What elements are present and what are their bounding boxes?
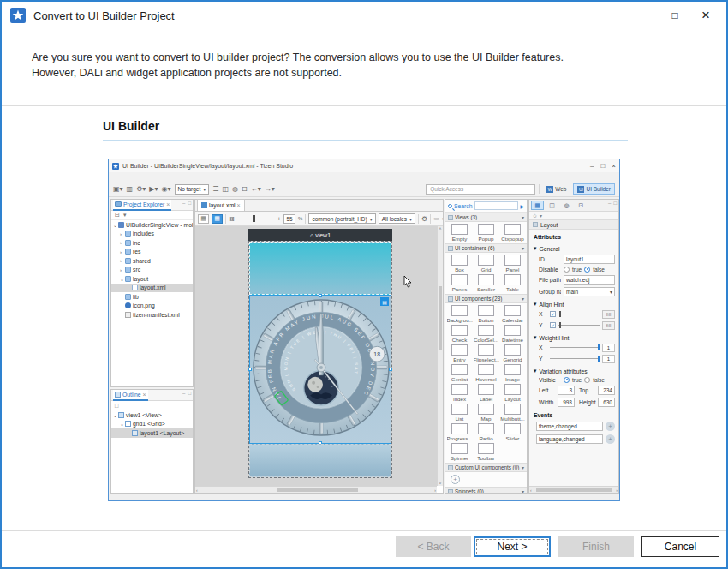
outline-tree-item[interactable]: layout1 <Layout> xyxy=(111,428,193,438)
maximize-panel-icon[interactable]: □ xyxy=(188,391,191,396)
new-icon[interactable]: ▣▾ xyxy=(113,185,123,193)
palette-item[interactable]: Spinner xyxy=(446,443,473,461)
add-event-icon[interactable]: + xyxy=(606,434,615,444)
weight-hint-section-header[interactable]: ▾ Weight Hint xyxy=(529,331,618,342)
save-icon[interactable]: ▥ xyxy=(127,185,134,193)
palette-item[interactable]: Slider xyxy=(499,423,526,441)
palette-item[interactable]: Layout xyxy=(499,384,526,402)
project-tree-item[interactable]: › res xyxy=(111,248,193,257)
project-tree-item[interactable]: layout.xml xyxy=(111,284,193,293)
palette-item[interactable]: Label xyxy=(473,384,499,402)
selection-handle-right[interactable] xyxy=(389,368,392,371)
weight-y-slider[interactable] xyxy=(550,358,600,359)
split-mode-button[interactable]: ▦ xyxy=(212,214,223,224)
close-tab-icon[interactable]: × xyxy=(237,202,241,208)
palette-section-header-snippets[interactable]: Snippets (0) ▾ xyxy=(445,487,527,494)
id-field[interactable]: layout1 xyxy=(564,255,615,264)
slider-handle[interactable] xyxy=(559,311,561,317)
project-tree-item[interactable]: › inc xyxy=(111,238,193,248)
align-y-checkbox[interactable]: ✓ xyxy=(550,322,556,328)
zoom-value-input[interactable]: 55 xyxy=(283,214,295,224)
maximize-panel-icon[interactable]: □ xyxy=(188,201,191,206)
scroll-up-icon[interactable]: ˄ xyxy=(438,226,443,231)
file-path-field[interactable]: watch.edj xyxy=(564,275,615,284)
palette-item[interactable]: Radio xyxy=(473,423,499,441)
palette-item[interactable]: Gengrid xyxy=(499,344,526,362)
target-combo[interactable]: No target ▾ xyxy=(175,184,210,195)
minimize-panel-icon[interactable]: – xyxy=(608,201,611,206)
palette-item[interactable]: List xyxy=(446,404,473,422)
close-icon[interactable]: × xyxy=(690,3,721,27)
top-spacer-region[interactable] xyxy=(249,242,391,295)
visible-true-radio[interactable] xyxy=(564,377,570,383)
close-tab-icon[interactable]: × xyxy=(143,392,146,398)
disable-false-radio[interactable] xyxy=(584,267,590,273)
disable-true-radio[interactable] xyxy=(564,267,570,273)
weight-x-slider[interactable] xyxy=(550,347,600,348)
slider-handle[interactable] xyxy=(598,344,600,350)
attributes-tab-icon[interactable]: ▦ xyxy=(531,201,544,210)
palette-item[interactable]: Multibutt... xyxy=(499,404,526,422)
event-field-language-changed[interactable]: language,changed xyxy=(536,434,603,444)
project-tree-item[interactable]: tizen-manifest.xml xyxy=(111,310,193,320)
selection-badge-icon[interactable]: ▤ xyxy=(380,297,389,306)
panel-minmax-icons[interactable]: – □ xyxy=(182,201,191,206)
palette-section-header-containers[interactable]: UI containers (6) ▾ xyxy=(445,243,527,253)
tab-outline[interactable]: Outline × xyxy=(113,390,148,401)
variation-section-header[interactable]: ▾ Variation attributes xyxy=(529,364,618,375)
design-mode-button[interactable]: ▦ xyxy=(198,214,209,224)
align-x-slider[interactable] xyxy=(558,314,600,314)
palette-section-header-components[interactable]: UI components (23) ▾ xyxy=(445,294,527,303)
panel-minmax-icons[interactable]: – □ xyxy=(182,391,191,396)
properties-scrollbar-thumb[interactable] xyxy=(536,488,612,492)
attach-tab-icon[interactable]: ◍ xyxy=(560,201,573,210)
weight-x-value[interactable]: 1 xyxy=(602,344,615,352)
search-go-icon[interactable]: ▶ xyxy=(520,203,524,209)
palette-item[interactable]: Box xyxy=(446,255,473,273)
palette-item[interactable]: Panel xyxy=(499,255,526,273)
palette-item[interactable]: Ctxpopup xyxy=(499,224,526,242)
palette-item[interactable]: Check xyxy=(446,325,473,343)
fit-page-icon[interactable]: ⊠ xyxy=(229,215,235,223)
locale-combo[interactable]: All locales ▾ xyxy=(379,213,415,224)
align-y-slider[interactable] xyxy=(558,325,600,326)
gear-icon[interactable]: ⚙ xyxy=(421,215,427,223)
slider-handle[interactable] xyxy=(559,322,561,328)
project-tree-item[interactable]: ⌄ layout xyxy=(111,274,193,284)
collapse-all-icon[interactable]: ⊟ xyxy=(115,212,120,219)
event-field-theme-changed[interactable]: theme,changed xyxy=(536,422,603,431)
tab-project-explorer[interactable]: Project Explorer × xyxy=(113,200,171,211)
palette-item[interactable]: Toolbar xyxy=(473,443,499,461)
palette-section-header-custom[interactable]: Custom UI components (0) ▾ xyxy=(445,463,527,472)
preview-tab-icon[interactable]: ◫ xyxy=(546,201,558,210)
width-field[interactable]: 993 xyxy=(558,398,575,407)
quick-access-input[interactable]: Quick Access xyxy=(426,184,535,195)
layout-region[interactable]: JAN FEB MAR APR MAY JUN JUL AUG SEP OCT … xyxy=(249,295,391,444)
view-menu-icon[interactable]: ▾ xyxy=(123,212,127,219)
close-tab-icon[interactable]: × xyxy=(166,201,170,207)
export-tab-icon[interactable]: ⊡ xyxy=(575,201,588,210)
palette-item[interactable]: Grid xyxy=(473,255,499,273)
panel-minmax-icons[interactable]: – □ xyxy=(608,201,617,206)
zoom-slider-handle[interactable] xyxy=(253,215,255,222)
palette-item[interactable]: Backgrou... xyxy=(446,305,473,323)
palette-item[interactable]: Genlist xyxy=(446,364,473,382)
scroll-right-icon[interactable]: › xyxy=(616,487,618,494)
minimize-panel-icon[interactable]: – xyxy=(182,391,185,396)
palette-item[interactable]: Empty xyxy=(446,224,473,242)
left-field[interactable]: 3 xyxy=(558,386,575,395)
top-field[interactable]: 234 xyxy=(598,386,615,395)
console-icon[interactable]: ⊡ xyxy=(242,185,248,193)
resolution-combo[interactable]: common (portrait_HD) ▾ xyxy=(308,213,375,224)
palette-item[interactable]: Table xyxy=(499,274,526,292)
maximize-icon[interactable]: □ xyxy=(659,3,690,27)
weight-y-value[interactable]: 1 xyxy=(602,355,615,363)
horizontal-scrollbar-thumb[interactable] xyxy=(277,488,358,492)
project-tree-item[interactable]: lib xyxy=(111,292,193,302)
group-select[interactable]: main ▾ xyxy=(564,287,615,296)
project-tree-item[interactable]: ⌄ UIBuilderSingleView - mobile-4.0 xyxy=(111,220,193,230)
height-field[interactable]: 630 xyxy=(598,398,615,407)
minimize-panel-icon[interactable]: – xyxy=(182,201,185,206)
selection-rectangle[interactable]: ▤ xyxy=(249,295,391,444)
add-event-icon[interactable]: + xyxy=(606,422,615,431)
